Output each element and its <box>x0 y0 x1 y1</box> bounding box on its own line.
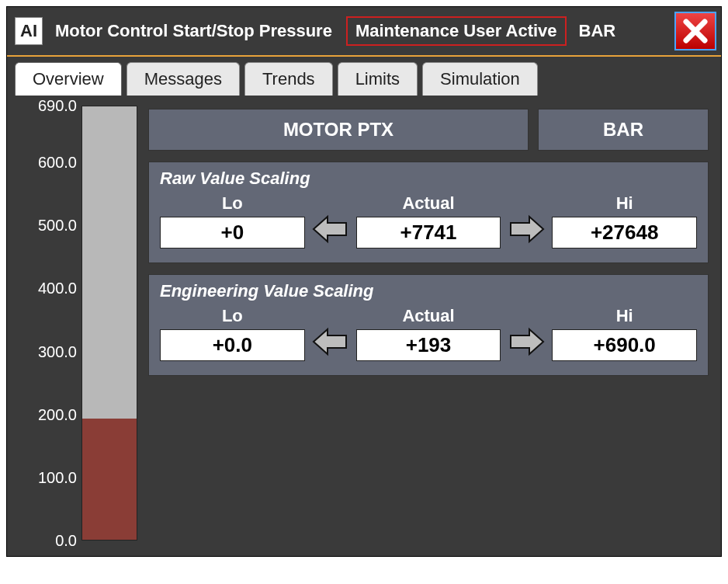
svg-marker-2 <box>314 217 346 242</box>
tab-limits[interactable]: Limits <box>338 62 418 96</box>
gauge-tick: 100.0 <box>38 468 77 486</box>
close-button[interactable] <box>674 12 716 50</box>
info-row: MOTOR PTX BAR <box>148 109 709 151</box>
arrow-right-icon <box>507 211 546 247</box>
gauge-tick: 400.0 <box>38 280 77 297</box>
user-status-badge: Maintenance User Active <box>346 16 567 46</box>
gauge-tick: 300.0 <box>38 342 77 360</box>
svg-marker-5 <box>511 329 543 354</box>
header-bar: AI Motor Control Start/Stop Pressure Mai… <box>7 7 721 57</box>
raw-lo-value[interactable]: +0 <box>160 217 305 249</box>
overview-content: 690.0600.0500.0400.0300.0200.0100.00.0 M… <box>15 95 713 541</box>
gauge-scale: 690.0600.0500.0400.0300.0200.0100.00.0 <box>19 106 81 541</box>
eng-hi-value[interactable]: +690.0 <box>552 329 697 361</box>
eng-lo-value[interactable]: +0.0 <box>160 329 305 361</box>
bar-gauge: 690.0600.0500.0400.0300.0200.0100.00.0 <box>19 106 137 541</box>
header-unit: BAR <box>579 21 616 41</box>
eng-scaling-title: Engineering Value Scaling <box>160 281 697 301</box>
eng-lo-label: Lo <box>222 306 243 326</box>
raw-lo-field: Lo +0 <box>160 193 305 249</box>
raw-hi-field: Hi +27648 <box>552 193 697 249</box>
right-column: MOTOR PTX BAR Raw Value Scaling Lo +0 <box>148 106 709 541</box>
raw-actual-label: Actual <box>402 193 454 214</box>
channel-name-box: MOTOR PTX <box>148 109 529 151</box>
close-icon <box>681 17 709 45</box>
gauge-bar <box>81 106 137 541</box>
arrow-left-icon <box>311 324 350 360</box>
raw-hi-label: Hi <box>616 193 633 214</box>
raw-lo-label: Lo <box>222 193 243 214</box>
arrow-right-icon <box>507 324 546 360</box>
tab-messages[interactable]: Messages <box>127 62 240 96</box>
raw-hi-value[interactable]: +27648 <box>552 217 697 249</box>
ai-faceplate-window: AI Motor Control Start/Stop Pressure Mai… <box>6 6 722 557</box>
svg-marker-4 <box>314 329 346 354</box>
raw-scaling-title: Raw Value Scaling <box>160 169 697 189</box>
eng-actual-value: +193 <box>356 329 501 361</box>
eng-actual-field: Actual +193 <box>356 306 501 361</box>
eng-hi-label: Hi <box>616 306 633 326</box>
svg-marker-3 <box>511 217 543 242</box>
tab-overview[interactable]: Overview <box>15 62 122 96</box>
page-title: Motor Control Start/Stop Pressure <box>55 21 332 41</box>
raw-actual-value: +7741 <box>356 217 501 249</box>
gauge-tick: 0.0 <box>55 532 77 550</box>
gauge-tick: 500.0 <box>38 217 77 235</box>
eng-scaling-panel: Engineering Value Scaling Lo +0.0 Actual… <box>148 274 709 376</box>
eng-lo-field: Lo +0.0 <box>160 306 305 361</box>
body: Overview Messages Trends Limits Simulati… <box>7 57 721 556</box>
arrow-left-icon <box>311 211 350 247</box>
raw-actual-field: Actual +7741 <box>356 193 501 249</box>
gauge-fill <box>82 419 137 540</box>
eng-actual-label: Actual <box>402 306 454 326</box>
raw-scaling-panel: Raw Value Scaling Lo +0 Actual +7741 <box>148 162 709 263</box>
tab-trends[interactable]: Trends <box>244 62 333 96</box>
gauge-tick: 200.0 <box>38 405 77 423</box>
gauge-tick: 690.0 <box>38 97 77 115</box>
gauge-tick: 600.0 <box>38 154 77 172</box>
unit-box: BAR <box>538 109 709 151</box>
ai-badge: AI <box>15 17 43 45</box>
tab-simulation[interactable]: Simulation <box>422 62 538 96</box>
eng-hi-field: Hi +690.0 <box>552 306 697 361</box>
tab-bar: Overview Messages Trends Limits Simulati… <box>15 61 713 95</box>
